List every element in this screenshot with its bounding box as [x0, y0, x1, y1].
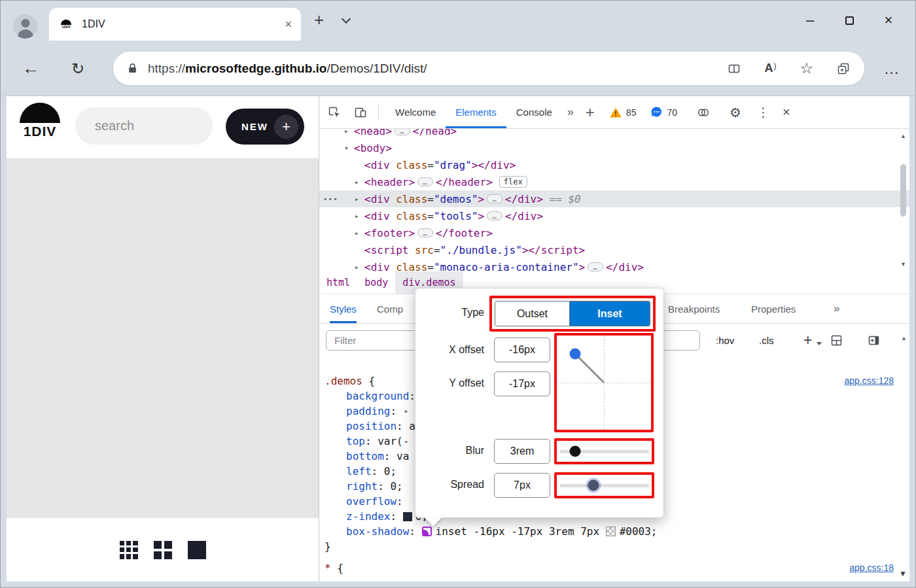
- tab-welcome[interactable]: Welcome: [385, 96, 446, 128]
- tab-elements[interactable]: Elements: [446, 96, 506, 128]
- back-button[interactable]: ←: [17, 41, 44, 96]
- code-token: .demos: [325, 373, 362, 389]
- inline-expand-button[interactable]: …: [487, 211, 502, 220]
- inline-expand-button[interactable]: …: [417, 177, 433, 186]
- search-input[interactable]: [75, 107, 213, 145]
- browser-tab[interactable]: 1DIV 1DIV ×: [49, 8, 301, 41]
- inline-expand-button[interactable]: …: [487, 194, 502, 203]
- styles-scroll-down-icon[interactable]: ▼: [899, 569, 907, 578]
- breadcrumb-body[interactable]: body: [357, 271, 395, 294]
- new-demo-button[interactable]: NEW +: [226, 109, 304, 145]
- inset-button[interactable]: Inset: [570, 302, 650, 326]
- lock-icon[interactable]: [128, 63, 137, 74]
- add-panel-icon[interactable]: +: [586, 103, 595, 122]
- tab-breakpoints[interactable]: Breakpoints: [668, 294, 720, 323]
- more-tabs-icon[interactable]: »: [567, 105, 574, 119]
- devtools-menu-icon[interactable]: ⋮: [757, 105, 769, 120]
- favicon-dome-icon: [61, 20, 71, 25]
- devtools-close-icon[interactable]: ×: [783, 105, 790, 120]
- message-counter[interactable]: 70: [650, 106, 677, 118]
- dom-tree-row[interactable]: ▾<body>: [319, 139, 909, 156]
- code-token: </footer>: [436, 227, 493, 239]
- warning-counter[interactable]: 85: [609, 107, 637, 118]
- browser-menu-icon[interactable]: …: [878, 41, 906, 96]
- focus-mode-icon[interactable]: [697, 106, 710, 119]
- settings-gear-icon[interactable]: ⚙: [730, 105, 741, 120]
- color-swatch[interactable]: [606, 527, 616, 536]
- inspect-element-icon[interactable]: [323, 101, 345, 124]
- tab-computed[interactable]: Comp: [377, 294, 403, 323]
- dom-tree-row[interactable]: <div class="drag"></div>: [319, 156, 909, 173]
- tab-styles[interactable]: Styles: [330, 294, 357, 323]
- favorite-star-icon[interactable]: ☆: [800, 60, 813, 77]
- sidebar-more-tabs-icon[interactable]: »: [834, 294, 839, 323]
- split-screen-icon[interactable]: [728, 62, 741, 75]
- code-token: >: [478, 193, 484, 205]
- new-style-rule-button[interactable]: +: [803, 324, 812, 356]
- refresh-button[interactable]: ↻: [64, 41, 92, 96]
- single-view-icon[interactable]: [188, 541, 206, 559]
- spread-input[interactable]: 7px: [494, 473, 550, 498]
- minimize-button[interactable]: –: [790, 12, 830, 29]
- device-emulation-icon[interactable]: [349, 101, 372, 124]
- expander-icon[interactable]: ▸: [355, 212, 364, 220]
- scroll-up-icon[interactable]: ▲: [898, 131, 908, 141]
- dom-tree-row[interactable]: ▸<header>…</header>flex: [319, 173, 909, 190]
- styles-scroll-up-icon[interactable]: ▲: [901, 335, 907, 341]
- blur-slider[interactable]: [557, 441, 652, 462]
- new-tab-button[interactable]: +: [314, 10, 324, 30]
- breadcrumb-html[interactable]: html: [319, 271, 357, 294]
- dom-tree-row[interactable]: ▸<div class="monaco-aria-container">…</d…: [319, 258, 909, 271]
- expander-icon[interactable]: ▾: [344, 144, 354, 152]
- row-options-dots[interactable]: •••: [323, 195, 338, 203]
- dom-tree-row[interactable]: ▸<footer>…</footer>: [319, 224, 909, 241]
- expander-icon[interactable]: ▸: [344, 129, 354, 135]
- tab-console[interactable]: Console: [506, 96, 562, 128]
- y-offset-input[interactable]: -17px: [494, 372, 550, 396]
- dom-tree-row[interactable]: <script src="./bundle.js"></script>: [319, 241, 909, 258]
- inline-expand-button[interactable]: …: [395, 129, 410, 135]
- dom-tree-row[interactable]: •••▸<div class="demos">…</div> == $0: [319, 190, 909, 207]
- scrollbar-thumb[interactable]: [900, 164, 906, 216]
- tab-close-icon[interactable]: ×: [285, 18, 292, 31]
- toggle-hover-state-button[interactable]: :hov: [716, 324, 734, 356]
- css-source-link[interactable]: app.css:128: [845, 373, 894, 389]
- outset-button[interactable]: Outset: [495, 302, 570, 326]
- expander-icon[interactable]: ▸: [355, 263, 364, 271]
- blur-input[interactable]: 3rem: [494, 439, 550, 464]
- flex-badge[interactable]: flex: [499, 176, 527, 188]
- collections-icon[interactable]: [837, 62, 850, 75]
- close-window-button[interactable]: ×: [869, 12, 908, 29]
- expander-icon[interactable]: ▸: [355, 178, 364, 186]
- inline-expand-button[interactable]: …: [417, 228, 433, 237]
- read-aloud-icon[interactable]: A): [764, 61, 776, 75]
- grid-3x3-icon[interactable]: [120, 541, 138, 559]
- css-source-link[interactable]: app.css:18: [849, 561, 894, 576]
- shadow-editor-button[interactable]: [422, 527, 432, 536]
- toggle-class-button[interactable]: .cls: [759, 324, 774, 356]
- tab-menu-chevron-icon[interactable]: [342, 14, 351, 24]
- address-bar[interactable]: https://microsoftedge.github.io/Demos/1D…: [113, 51, 865, 86]
- spread-slider-handle[interactable]: [588, 480, 599, 491]
- expander-icon[interactable]: ▸: [355, 195, 364, 203]
- maximize-button[interactable]: [830, 12, 869, 29]
- grid-2x2-icon[interactable]: [154, 541, 172, 559]
- profile-avatar[interactable]: [13, 14, 37, 39]
- dom-tree-scrollbar[interactable]: ▲ ▼: [898, 131, 908, 269]
- dom-tree-row[interactable]: ▸<div class="tools">…</div>: [319, 207, 909, 224]
- tab-properties[interactable]: Properties: [751, 294, 796, 323]
- scroll-down-icon[interactable]: ▼: [898, 260, 908, 269]
- url-text[interactable]: https://microsoftedge.github.io/Demos/1D…: [148, 61, 427, 76]
- computed-sidebar-icon[interactable]: [830, 324, 843, 356]
- x-offset-input[interactable]: -16px: [494, 337, 550, 362]
- new-rule-caret-icon[interactable]: [817, 342, 822, 345]
- offset-direction-pad[interactable]: [557, 336, 651, 430]
- dom-tree-row[interactable]: ▸<head>…</head>: [319, 129, 909, 139]
- blur-slider-handle[interactable]: [570, 446, 581, 457]
- dock-sidebar-icon[interactable]: [868, 324, 880, 356]
- inline-expand-button[interactable]: …: [588, 262, 603, 271]
- expander-icon[interactable]: ▸: [355, 229, 364, 237]
- shorthand-expand-icon[interactable]: ▸: [404, 404, 409, 419]
- spread-slider[interactable]: [557, 475, 652, 496]
- z-index-swatch[interactable]: [403, 512, 412, 521]
